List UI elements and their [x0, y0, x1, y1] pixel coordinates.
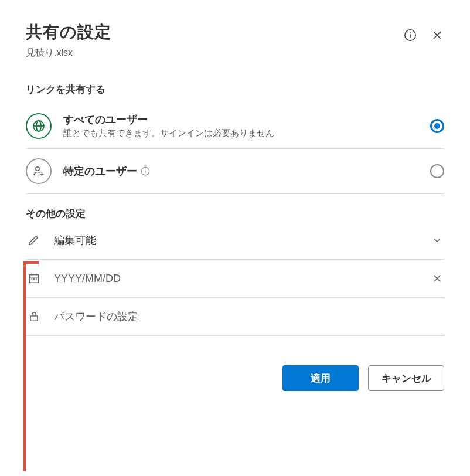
calendar-icon: [26, 270, 42, 287]
other-settings-section-label: その他の設定: [26, 207, 444, 220]
info-small-icon[interactable]: [141, 166, 150, 176]
dialog-title: 共有の設定: [26, 21, 403, 43]
svg-rect-23: [30, 316, 38, 321]
close-icon[interactable]: [430, 28, 444, 42]
share-option-specific-title-text: 特定のユーザー: [63, 164, 137, 178]
people-add-icon: [26, 158, 52, 184]
share-settings-dialog: 共有の設定 見積り.xlsx リンクを共有する: [0, 0, 470, 476]
share-link-section-label: リンクを共有する: [26, 83, 444, 96]
lock-icon: [26, 308, 42, 325]
share-option-specific-text: 特定のユーザー: [63, 164, 418, 178]
filename-label: 見積り.xlsx: [26, 47, 403, 59]
permission-row[interactable]: 編集可能: [26, 222, 444, 260]
header-text: 共有の設定 見積り.xlsx: [26, 21, 403, 59]
share-option-anyone-title: すべてのユーザー: [63, 113, 418, 127]
pencil-icon: [26, 232, 42, 249]
password-placeholder: パスワードの設定: [54, 310, 444, 324]
share-option-specific-title: 特定のユーザー: [63, 164, 418, 178]
expiry-date-row[interactable]: YYYY/MM/DD: [26, 260, 444, 298]
share-option-anyone-subtitle: 誰とでも共有できます。サインインは必要ありません: [63, 128, 418, 139]
permission-label: 編集可能: [54, 233, 418, 247]
expiry-date-placeholder: YYYY/MM/DD: [54, 273, 418, 285]
share-option-anyone-text: すべてのユーザー 誰とでも共有できます。サインインは必要ありません: [63, 113, 418, 139]
apply-button[interactable]: 適用: [282, 365, 359, 391]
cancel-button[interactable]: キャンセル: [368, 365, 444, 391]
clear-date-icon[interactable]: [430, 271, 444, 285]
globe-icon: [26, 113, 52, 139]
chevron-down-icon[interactable]: [430, 233, 444, 247]
svg-point-2: [410, 32, 410, 33]
info-icon[interactable]: [403, 28, 417, 42]
header-actions: [403, 28, 444, 42]
dialog-header: 共有の設定 見積り.xlsx: [26, 21, 444, 59]
password-row[interactable]: パスワードの設定: [26, 298, 444, 336]
svg-point-8: [36, 167, 39, 171]
dialog-footer: 適用 キャンセル: [26, 365, 444, 391]
radio-selected[interactable]: [430, 119, 444, 133]
svg-point-13: [145, 169, 145, 169]
share-option-anyone[interactable]: すべてのユーザー 誰とでも共有できます。サインインは必要ありません: [26, 103, 444, 149]
radio-unselected[interactable]: [430, 164, 444, 178]
share-option-specific[interactable]: 特定のユーザー: [26, 149, 444, 194]
